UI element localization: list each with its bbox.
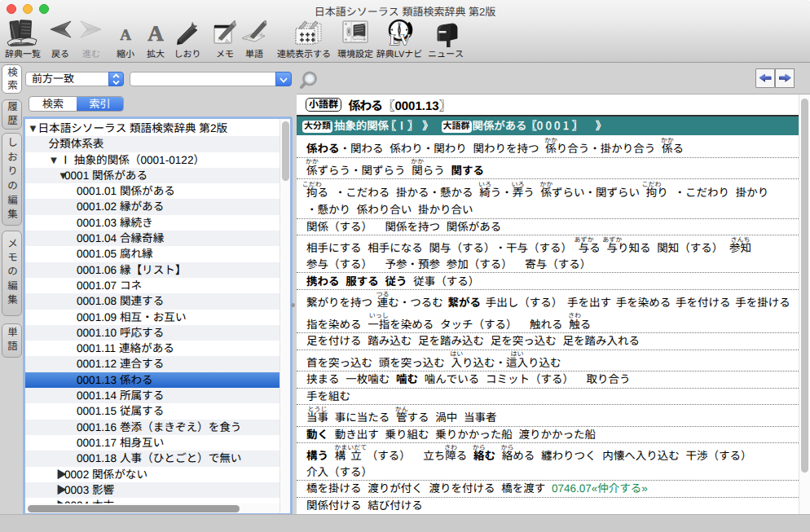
svg-text:A: A: [147, 21, 164, 42]
svg-text:L: L: [390, 32, 400, 47]
svg-text:V: V: [399, 32, 411, 47]
svg-text:A: A: [120, 27, 131, 42]
